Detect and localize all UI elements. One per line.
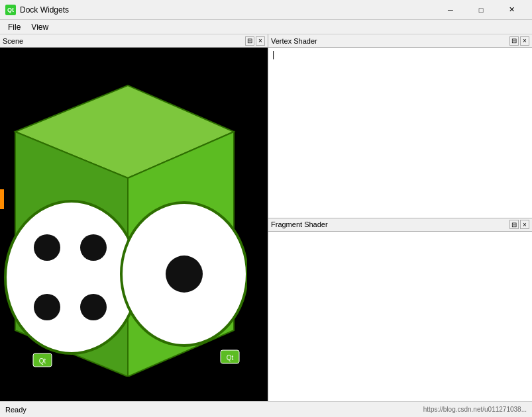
window-controls: ─ □ ✕ xyxy=(435,0,527,20)
scene-close-button[interactable]: × xyxy=(256,36,265,46)
app-title: Dock Widgets xyxy=(20,5,69,15)
vertex-close-button[interactable]: × xyxy=(520,36,529,46)
vertex-shader-header: Vertex Shader ⊟ × xyxy=(268,34,532,48)
app-icon: Qt xyxy=(5,5,16,15)
menu-view[interactable]: View xyxy=(26,21,54,33)
vertex-shader-title: Vertex Shader xyxy=(271,37,317,45)
vertex-shader-controls: ⊟ × xyxy=(509,36,529,46)
scene-float-button[interactable]: ⊟ xyxy=(245,36,254,46)
main-area: Scene ⊟ × xyxy=(0,34,532,401)
scene-panel-title: Scene xyxy=(3,37,23,45)
maximize-button[interactable]: □ xyxy=(466,0,496,20)
minimize-button[interactable]: ─ xyxy=(435,0,466,20)
vertex-shader-panel: Vertex Shader ⊟ × xyxy=(268,34,532,218)
svg-text:Qt: Qt xyxy=(227,354,234,361)
svg-point-4 xyxy=(34,234,60,261)
svg-point-7 xyxy=(80,294,107,320)
right-panels: Vertex Shader ⊟ × Fragment Shader ⊟ × xyxy=(268,34,532,401)
status-bar: Ready https://blog.csdn.net/u011271038..… xyxy=(0,401,532,417)
status-text: Ready xyxy=(5,406,27,414)
scene-panel-header: Scene ⊟ × xyxy=(0,34,268,48)
vertex-shader-editor[interactable] xyxy=(268,48,532,218)
fragment-shader-title: Fragment Shader xyxy=(271,220,328,228)
scene-panel: Scene ⊟ × xyxy=(0,34,268,401)
status-url: https://blog.csdn.net/u011271038... xyxy=(423,406,527,413)
scene-panel-controls: ⊟ × xyxy=(245,36,265,46)
svg-text:Qt: Qt xyxy=(39,357,46,365)
fragment-shader-header: Fragment Shader ⊟ × xyxy=(268,218,532,232)
fragment-close-button[interactable]: × xyxy=(520,220,529,229)
title-bar: Qt Dock Widgets ─ □ ✕ xyxy=(0,0,532,20)
menu-file[interactable]: File xyxy=(3,21,26,33)
dice-cube: Qt Qt xyxy=(0,72,247,377)
scene-canvas: Qt Qt xyxy=(0,48,268,401)
fragment-float-button[interactable]: ⊟ xyxy=(509,220,519,229)
svg-point-5 xyxy=(80,234,107,261)
fragment-shader-controls: ⊟ × xyxy=(509,220,529,229)
fragment-shader-panel: Fragment Shader ⊟ × xyxy=(268,218,532,402)
fragment-shader-editor[interactable] xyxy=(268,232,532,402)
close-button[interactable]: ✕ xyxy=(496,0,527,20)
vertex-float-button[interactable]: ⊟ xyxy=(509,36,519,46)
menu-bar: File View xyxy=(0,20,532,34)
svg-point-3 xyxy=(5,201,138,353)
svg-point-6 xyxy=(34,294,60,320)
svg-point-11 xyxy=(166,255,203,293)
